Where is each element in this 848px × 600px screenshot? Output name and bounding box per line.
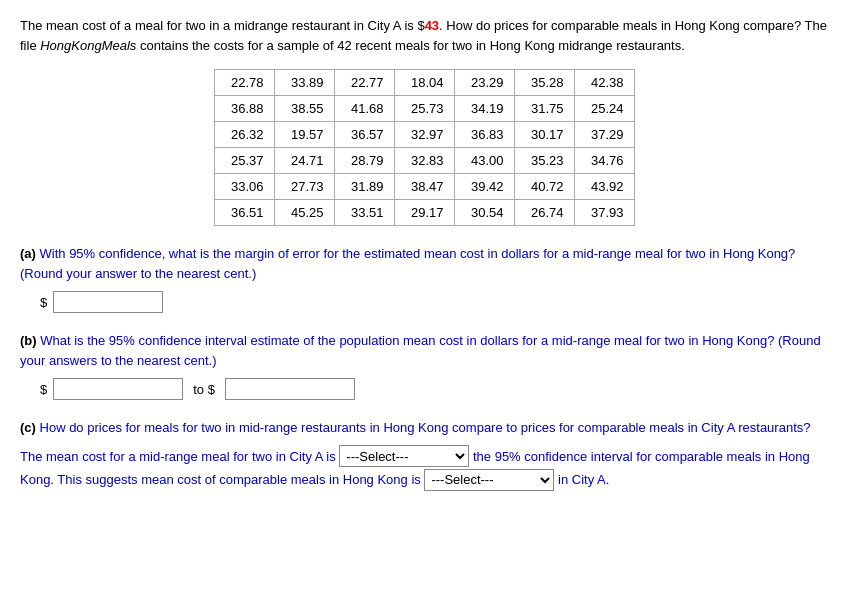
table-cell: 43.92 (574, 174, 634, 200)
table-cell: 26.74 (514, 200, 574, 226)
table-cell: 24.71 (274, 148, 334, 174)
table-cell: 38.47 (394, 174, 454, 200)
table-cell: 28.79 (334, 148, 394, 174)
part-b-input-high[interactable] (225, 378, 355, 400)
table-cell: 25.73 (394, 96, 454, 122)
table-cell: 37.29 (574, 122, 634, 148)
part-a-question: With 95% confidence, what is the margin … (20, 246, 795, 281)
table-cell: 22.78 (214, 70, 274, 96)
part-b-to-label: to $ (193, 382, 215, 397)
table-cell: 37.93 (574, 200, 634, 226)
table-cell: 22.77 (334, 70, 394, 96)
part-c-dropdown2[interactable]: ---Select---lower thanhigher thanthe sam… (424, 469, 554, 491)
part-b-answer-row: $ to $ (40, 378, 828, 400)
part-b-label: (b) What is the 95% confidence interval … (20, 331, 828, 370)
table-cell: 34.76 (574, 148, 634, 174)
table-cell: 30.17 (514, 122, 574, 148)
part-c-header: (c) How do prices for meals for two in m… (20, 418, 828, 439)
table-cell: 34.19 (454, 96, 514, 122)
table-cell: 36.88 (214, 96, 274, 122)
part-b-input-low[interactable] (53, 378, 183, 400)
table-cell: 32.83 (394, 148, 454, 174)
table-cell: 33.06 (214, 174, 274, 200)
table-cell: 25.24 (574, 96, 634, 122)
part-c-answer-block: The mean cost for a mid-range meal for t… (20, 445, 828, 492)
part-a-answer-row: $ (40, 291, 828, 313)
table-cell: 36.57 (334, 122, 394, 148)
part-c-sentence2-after: in City A. (554, 472, 609, 487)
table-cell: 23.29 (454, 70, 514, 96)
part-c-dropdown1[interactable]: ---Select---withinbelowaboveequal to (339, 445, 469, 467)
intro-text-end: contains the costs for a sample of 42 re… (136, 38, 684, 53)
intro-paragraph: The mean cost of a meal for two in a mid… (20, 16, 828, 55)
table-cell: 33.89 (274, 70, 334, 96)
part-a-section: (a) With 95% confidence, what is the mar… (20, 244, 828, 313)
table-cell: 19.57 (274, 122, 334, 148)
table-cell: 45.25 (274, 200, 334, 226)
part-c-question: How do prices for meals for two in mid-r… (40, 420, 811, 435)
table-cell: 31.75 (514, 96, 574, 122)
data-table: 22.7833.8922.7718.0423.2935.2842.3836.88… (214, 69, 635, 226)
table-cell: 32.97 (394, 122, 454, 148)
part-a-label: (a) With 95% confidence, what is the mar… (20, 244, 828, 283)
table-cell: 18.04 (394, 70, 454, 96)
table-cell: 35.28 (514, 70, 574, 96)
table-cell: 30.54 (454, 200, 514, 226)
part-b-question: What is the 95% confidence interval esti… (20, 333, 821, 368)
part-b-section: (b) What is the 95% confidence interval … (20, 331, 828, 400)
table-cell: 43.00 (454, 148, 514, 174)
table-cell: 33.51 (334, 200, 394, 226)
part-b-dollar: $ (40, 382, 47, 397)
table-cell: 27.73 (274, 174, 334, 200)
intro-text-before-price: The mean cost of a meal for two in a mid… (20, 18, 425, 33)
part-a-dollar: $ (40, 295, 47, 310)
table-cell: 42.38 (574, 70, 634, 96)
table-cell: 29.17 (394, 200, 454, 226)
table-cell: 36.51 (214, 200, 274, 226)
table-cell: 36.83 (454, 122, 514, 148)
price-value: 43 (425, 18, 439, 33)
table-cell: 35.23 (514, 148, 574, 174)
part-c-sentence1-before: The mean cost for a mid-range meal for t… (20, 449, 339, 464)
table-cell: 40.72 (514, 174, 574, 200)
table-cell: 25.37 (214, 148, 274, 174)
file-name: HongKongMeals (40, 38, 136, 53)
table-cell: 39.42 (454, 174, 514, 200)
part-a-input[interactable] (53, 291, 163, 313)
table-cell: 26.32 (214, 122, 274, 148)
table-cell: 38.55 (274, 96, 334, 122)
table-cell: 31.89 (334, 174, 394, 200)
table-cell: 41.68 (334, 96, 394, 122)
part-c-section: (c) How do prices for meals for two in m… (20, 418, 828, 492)
